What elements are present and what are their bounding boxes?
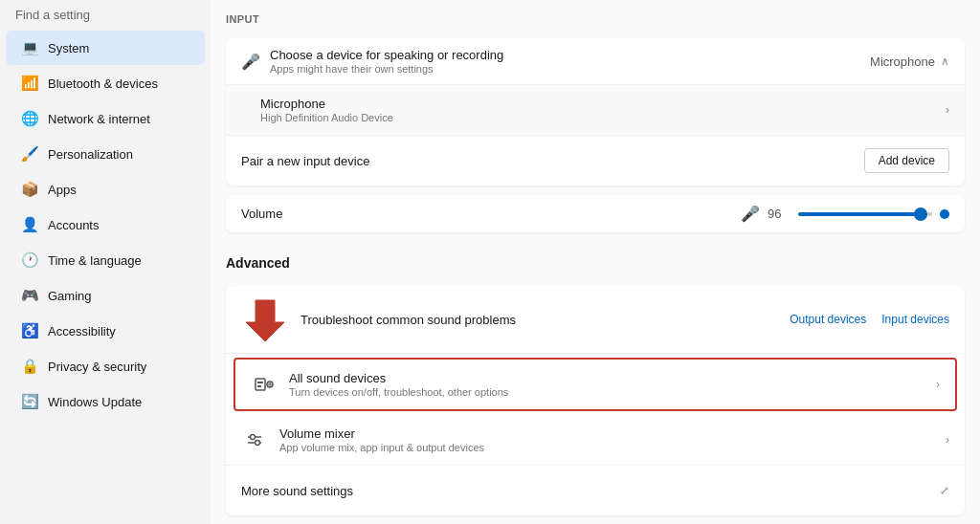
main-content: Input 🎤 Choose a device for speaking or … bbox=[211, 0, 980, 524]
sidebar-item-label: Windows Update bbox=[48, 395, 142, 409]
input-devices-card: 🎤 Choose a device for speaking or record… bbox=[226, 38, 965, 186]
sidebar-header: Find a setting bbox=[0, 0, 211, 30]
bluetooth-icon: 📶 bbox=[21, 75, 38, 92]
sidebar-item-privacy[interactable]: 🔒 Privacy & security bbox=[6, 349, 205, 383]
privacy-icon: 🔒 bbox=[21, 358, 38, 375]
sidebar-item-apps[interactable]: 📦 Apps bbox=[6, 172, 205, 207]
sidebar-item-label: Gaming bbox=[48, 289, 92, 303]
sidebar-item-network[interactable]: 🌐 Network & internet bbox=[6, 101, 205, 136]
advanced-header: Advanced bbox=[211, 242, 980, 276]
add-device-button[interactable]: Add device bbox=[864, 148, 949, 173]
volume-mixer-title: Volume mixer bbox=[279, 426, 946, 441]
find-setting-label: Find a setting bbox=[15, 8, 90, 22]
sidebar-item-label: Time & language bbox=[48, 253, 142, 268]
volume-mixer-icon bbox=[241, 426, 268, 453]
sidebar-item-label: Apps bbox=[48, 183, 77, 197]
personalization-icon: 🖌️ bbox=[21, 145, 38, 163]
network-icon: 🌐 bbox=[21, 110, 38, 127]
svg-rect-3 bbox=[257, 385, 261, 387]
choose-device-row[interactable]: 🎤 Choose a device for speaking or record… bbox=[226, 38, 965, 85]
sound-devices-icon bbox=[251, 371, 278, 398]
volume-mixer-chevron: › bbox=[946, 433, 949, 447]
sidebar-item-label: Personalization bbox=[48, 147, 133, 162]
down-arrow-svg bbox=[241, 295, 289, 343]
sidebar-item-accounts[interactable]: 👤 Accounts bbox=[6, 207, 205, 242]
all-sound-devices-row[interactable]: All sound devices Turn devices on/off, t… bbox=[234, 358, 957, 411]
svg-rect-1 bbox=[256, 379, 265, 390]
pair-device-row[interactable]: Pair a new input device Add device bbox=[226, 136, 965, 186]
microphone-row[interactable]: Microphone High Definition Audio Device … bbox=[226, 85, 965, 136]
microphone-subtitle: High Definition Audio Device bbox=[260, 112, 946, 123]
svg-point-9 bbox=[251, 435, 256, 440]
all-sound-devices-wrapper: All sound devices Turn devices on/off, t… bbox=[226, 354, 965, 415]
volume-row: Volume 🎤 96 bbox=[226, 195, 965, 232]
output-devices-link[interactable]: Output devices bbox=[790, 313, 866, 326]
microphone-choose-icon: 🎤 bbox=[241, 53, 260, 71]
update-icon: 🔄 bbox=[21, 393, 38, 410]
system-icon: 💻 bbox=[21, 39, 38, 56]
microphone-title: Microphone bbox=[260, 97, 946, 111]
microphone-label: Microphone bbox=[870, 55, 935, 69]
sidebar: Find a setting 💻 System 📶 Bluetooth & de… bbox=[0, 0, 211, 524]
sidebar-item-label: Network & internet bbox=[48, 112, 150, 126]
time-icon: 🕐 bbox=[21, 251, 38, 269]
gaming-icon: 🎮 bbox=[21, 287, 38, 304]
svg-point-10 bbox=[256, 441, 260, 446]
sidebar-item-label: Accessibility bbox=[48, 324, 116, 338]
input-devices-link[interactable]: Input devices bbox=[881, 313, 949, 326]
sidebar-item-update[interactable]: 🔄 Windows Update bbox=[6, 384, 205, 419]
all-sound-devices-chevron: › bbox=[936, 378, 940, 391]
sidebar-item-label: Accounts bbox=[48, 218, 99, 232]
expand-arrow-icon: ∧ bbox=[941, 55, 949, 68]
choose-device-title: Choose a device for speaking or recordin… bbox=[270, 48, 870, 62]
sidebar-item-bluetooth[interactable]: 📶 Bluetooth & devices bbox=[6, 66, 205, 100]
sidebar-item-label: Privacy & security bbox=[48, 360, 146, 374]
sidebar-item-time[interactable]: 🕐 Time & language bbox=[6, 243, 205, 277]
all-sound-devices-subtitle: Turn devices on/off, troubleshoot, other… bbox=[289, 386, 936, 398]
advanced-card: Troubleshoot common sound problems Outpu… bbox=[226, 286, 965, 515]
accounts-icon: 👤 bbox=[21, 216, 38, 233]
sidebar-item-gaming[interactable]: 🎮 Gaming bbox=[6, 278, 205, 313]
all-sound-devices-title: All sound devices bbox=[289, 371, 936, 385]
volume-mic-icon: 🎤 bbox=[741, 205, 760, 223]
choose-device-subtitle: Apps might have their own settings bbox=[270, 63, 870, 75]
volume-value: 96 bbox=[768, 207, 791, 221]
sidebar-item-system[interactable]: 💻 System bbox=[6, 31, 205, 65]
volume-slider[interactable] bbox=[798, 212, 932, 216]
troubleshoot-text[interactable]: Troubleshoot common sound problems bbox=[301, 313, 790, 327]
volume-card: Volume 🎤 96 bbox=[226, 195, 965, 232]
external-link-icon: ⤢ bbox=[940, 484, 949, 497]
troubleshoot-row: Troubleshoot common sound problems Outpu… bbox=[226, 286, 965, 354]
input-section-label: Input bbox=[211, 6, 980, 29]
sidebar-item-personalization[interactable]: 🖌️ Personalization bbox=[6, 137, 205, 171]
svg-marker-0 bbox=[246, 300, 284, 341]
volume-dot bbox=[940, 209, 949, 219]
sidebar-item-label: Bluetooth & devices bbox=[48, 76, 158, 91]
accessibility-icon: ♿ bbox=[21, 322, 38, 339]
microphone-chevron: › bbox=[946, 103, 949, 117]
volume-mixer-subtitle: App volume mix, app input & output devic… bbox=[279, 442, 946, 453]
pair-device-label: Pair a new input device bbox=[241, 154, 864, 168]
arrow-annotation bbox=[241, 295, 289, 343]
volume-mixer-row[interactable]: Volume mixer App volume mix, app input &… bbox=[226, 415, 965, 466]
more-sound-settings-title: More sound settings bbox=[241, 484, 940, 498]
sidebar-item-label: System bbox=[48, 41, 89, 55]
svg-rect-2 bbox=[257, 382, 263, 383]
sidebar-item-accessibility[interactable]: ♿ Accessibility bbox=[6, 314, 205, 348]
volume-label: Volume bbox=[241, 207, 731, 221]
apps-icon: 📦 bbox=[21, 181, 38, 198]
more-sound-settings-row[interactable]: More sound settings ⤢ bbox=[226, 466, 965, 515]
